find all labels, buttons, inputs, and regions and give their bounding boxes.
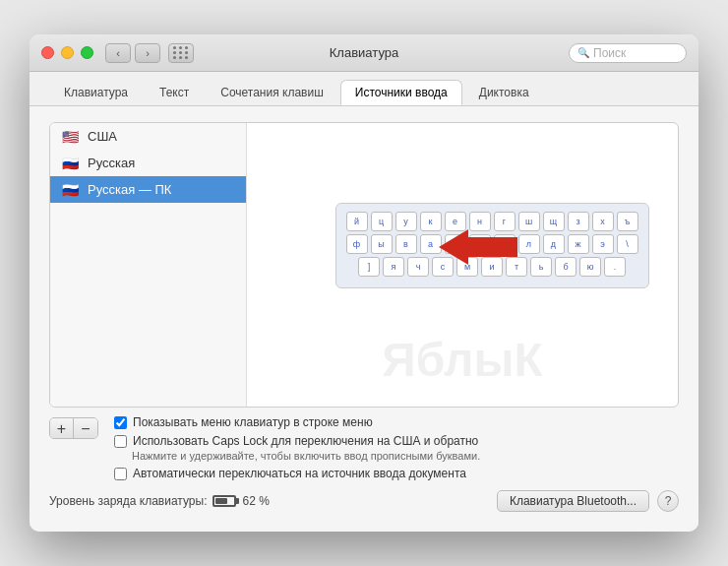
checkboxes: Показывать меню клавиатур в строке меню … — [114, 415, 480, 480]
kb-key: у — [395, 212, 417, 231]
arrow-icon — [439, 229, 517, 269]
auto-switch-checkbox[interactable] — [114, 468, 127, 480]
kb-key: б — [555, 257, 576, 277]
kb-key: ш — [518, 212, 540, 231]
kb-key: щ — [543, 212, 565, 231]
search-placeholder: Поиск — [593, 46, 626, 60]
grid-button[interactable] — [168, 43, 194, 63]
right-buttons: Клавиатура Bluetooth... ? — [497, 490, 679, 512]
caps-lock-checkbox[interactable] — [114, 435, 127, 448]
kb-key: ь — [530, 257, 552, 277]
add-remove-controls: + − — [49, 417, 98, 439]
battery-percent: 62 % — [242, 494, 269, 508]
kb-key: л — [518, 234, 540, 254]
kb-key: ] — [358, 257, 380, 277]
minimize-button[interactable] — [61, 46, 74, 59]
watermark: ЯблыК — [382, 333, 543, 387]
source-list: 🇺🇸 США 🇷🇺 Русская 🇷🇺 Русская — ПК — [50, 123, 247, 407]
kb-key: н — [469, 212, 491, 231]
battery-label: Уровень заряда клавиатуры: — [49, 494, 207, 508]
flag-usa: 🇺🇸 — [60, 130, 80, 144]
kb-key: э — [592, 234, 614, 254]
kb-key: ю — [579, 257, 601, 277]
kb-key: г — [494, 212, 516, 231]
kb-key: ц — [371, 212, 393, 231]
search-box[interactable]: 🔍 Поиск — [569, 43, 687, 63]
tabs-bar: Клавиатура Текст Сочетания клавиш Источн… — [30, 72, 698, 106]
kb-key: х — [592, 212, 614, 231]
kb-key: ф — [346, 234, 368, 254]
flag-russian-pc: 🇷🇺 — [60, 183, 80, 197]
kb-key: й — [346, 212, 368, 231]
maximize-button[interactable] — [81, 46, 93, 59]
caps-lock-label: Использовать Caps Lock для переключения … — [133, 434, 478, 448]
close-button[interactable] — [41, 46, 54, 59]
tab-shortcuts[interactable]: Сочетания клавиш — [206, 80, 338, 105]
battery-area: Уровень заряда клавиатуры: 62 % — [49, 494, 270, 508]
kb-key: в — [395, 234, 417, 254]
window-title: Клавиатура — [330, 45, 398, 60]
tab-dictation[interactable]: Диктовка — [464, 80, 544, 105]
status-bar: Уровень заряда клавиатуры: 62 % Клавиату… — [49, 480, 679, 516]
remove-source-button[interactable]: − — [74, 418, 97, 439]
grid-icon — [173, 46, 189, 59]
bottom-bar: + − Показывать меню клавиатур в строке м… — [49, 408, 679, 480]
kb-key: ч — [407, 257, 429, 277]
kb-key: д — [543, 234, 565, 254]
kb-key: з — [568, 212, 589, 231]
traffic-lights — [41, 46, 93, 59]
auto-switch-label: Автоматически переключаться на источник … — [133, 467, 466, 480]
kb-key: ъ — [617, 212, 638, 231]
kb-key: \ — [617, 234, 638, 254]
show-menu-label: Показывать меню клавиатур в строке меню — [133, 415, 373, 429]
back-button[interactable]: ‹ — [105, 43, 131, 63]
titlebar: ‹ › Клавиатура 🔍 Поиск — [30, 34, 698, 72]
help-button[interactable]: ? — [657, 490, 679, 512]
caps-lock-subtext: Нажмите и удерживайте, чтобы включить вв… — [132, 450, 480, 462]
source-item-russian[interactable]: 🇷🇺 Русская — [50, 150, 246, 176]
search-icon: 🔍 — [577, 47, 589, 58]
tab-keyboard[interactable]: Клавиатура — [49, 80, 143, 105]
kb-key: е — [445, 212, 466, 231]
nav-buttons: ‹ › — [105, 43, 160, 63]
checkbox-auto-switch-row: Автоматически переключаться на источник … — [114, 467, 480, 480]
tab-text[interactable]: Текст — [145, 80, 204, 105]
content-area: 🇺🇸 США 🇷🇺 Русская 🇷🇺 Русская — ПК — [30, 106, 698, 532]
svg-marker-1 — [439, 229, 517, 265]
checkbox-show-menu-row: Показывать меню клавиатур в строке меню — [114, 415, 480, 429]
kb-key: к — [420, 212, 442, 231]
source-item-russian-pc[interactable]: 🇷🇺 Русская — ПК — [50, 176, 246, 203]
kb-row-0: й ц у к е н г ш щ з х ъ — [346, 212, 638, 231]
flag-russian: 🇷🇺 — [60, 157, 80, 170]
preview-area: й ц у к е н г ш щ з х ъ ф — [247, 123, 678, 407]
battery-fill — [215, 498, 226, 504]
kb-key: . — [604, 257, 626, 277]
forward-button[interactable]: › — [135, 43, 160, 63]
source-label-usa: США — [88, 129, 117, 144]
battery-icon — [212, 495, 236, 507]
source-label-russian-pc: Русская — ПК — [88, 182, 171, 197]
show-menu-checkbox[interactable] — [114, 416, 127, 429]
tab-input[interactable]: Источники ввода — [340, 80, 462, 105]
source-item-usa[interactable]: 🇺🇸 США — [50, 123, 246, 150]
main-panel: 🇺🇸 США 🇷🇺 Русская 🇷🇺 Русская — ПК — [49, 122, 679, 408]
kb-key: ж — [568, 234, 589, 254]
kb-key: я — [383, 257, 404, 277]
source-label-russian: Русская — [88, 156, 135, 170]
bluetooth-button[interactable]: Клавиатура Bluetooth... — [497, 490, 649, 512]
add-source-button[interactable]: + — [50, 418, 74, 439]
checkbox-caps-lock-row: Использовать Caps Lock для переключения … — [114, 434, 480, 448]
kb-key: ы — [371, 234, 393, 254]
main-window: ‹ › Клавиатура 🔍 Поиск Клавиатура Текст … — [30, 34, 698, 532]
